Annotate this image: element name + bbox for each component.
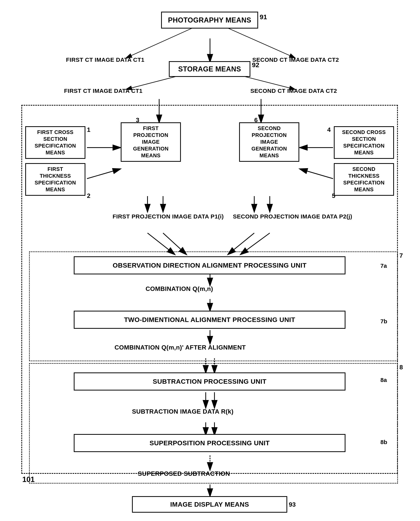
svg-line-4 (228, 28, 295, 58)
ref-5: 5 (332, 192, 335, 199)
second-cross-section-box: SECOND CROSSSECTIONSPECIFICATIONMEANS (334, 126, 394, 159)
obs-align-box: OBSERVATION DIRECTION ALIGNMENT PROCESSI… (74, 256, 345, 274)
combination2-label: COMBINATION Q(m,n)' AFTER ALIGNMENT (114, 344, 246, 351)
ref-91: 91 (260, 13, 267, 21)
ref-8: 8 (399, 364, 403, 371)
second-thickness-box: SECONDTHICKNESSSPECIFICATIONMEANS (334, 163, 394, 196)
ref-7b: 7b (380, 318, 387, 325)
second-projection-box: SECONDPROJECTIONIMAGEGENERATIONMEANS (239, 122, 299, 162)
image-display-box: IMAGE DISPLAY MEANS (132, 496, 287, 513)
two-dim-box: TWO-DIMENTIONAL ALIGNMENT PROCESSING UNI… (74, 311, 345, 329)
superposition-box: SUPERPOSITION PROCESSING UNIT (74, 434, 345, 452)
ref-8b: 8b (380, 439, 387, 445)
subtraction-box: SUBTRACTION PROCESSING UNIT (74, 372, 345, 391)
ref-7a: 7a (380, 262, 387, 269)
superposed-label: SUPERPOSED SUBTRACTION (138, 470, 230, 477)
ref-7: 7 (399, 252, 403, 259)
ref-93: 93 (289, 501, 296, 508)
ref-4: 4 (327, 126, 331, 133)
diagram-container: PHOTOGRAPHY MEANS 91 FIRST CT IMAGE DATA… (0, 0, 420, 521)
ref-3: 3 (136, 116, 139, 124)
second-ct-top-label: SECOND CT IMAGE DATA CT2 (252, 56, 339, 63)
second-ct-bottom-label: SECOND CT IMAGE DATA CT2 (250, 87, 337, 94)
first-ct-top-label: FIRST CT IMAGE DATA CT1 (66, 56, 144, 63)
photography-means-box: PHOTOGRAPHY MEANS (161, 12, 258, 29)
storage-means-box: STORAGE MEANS (169, 61, 250, 77)
first-cross-section-box: FIRST CROSSSECTIONSPECIFICATIONMEANS (25, 126, 85, 159)
first-ct-bottom-label: FIRST CT IMAGE DATA CT1 (64, 87, 142, 94)
ref-2: 2 (87, 192, 90, 199)
ref-8a: 8a (380, 377, 387, 383)
first-thickness-box: FIRSTTHICKNESSSPECIFICATIONMEANS (25, 163, 85, 196)
subtraction-data-label: SUBTRACTION IMAGE DATA R(k) (132, 408, 233, 415)
ref-6: 6 (254, 116, 258, 124)
second-proj-data-label: SECOND PROJECTION IMAGE DATA P2(j) (233, 213, 352, 220)
svg-line-3 (126, 28, 192, 58)
first-proj-data-label: FIRST PROJECTION IMAGE DATA P1(i) (112, 213, 224, 220)
ref-92: 92 (252, 61, 259, 69)
first-projection-box: FIRSTPROJECTIONIMAGEGENERATIONMEANS (121, 122, 181, 162)
ref-1: 1 (87, 126, 90, 133)
combination1-label: COMBINATION Q(m,n) (146, 285, 213, 292)
